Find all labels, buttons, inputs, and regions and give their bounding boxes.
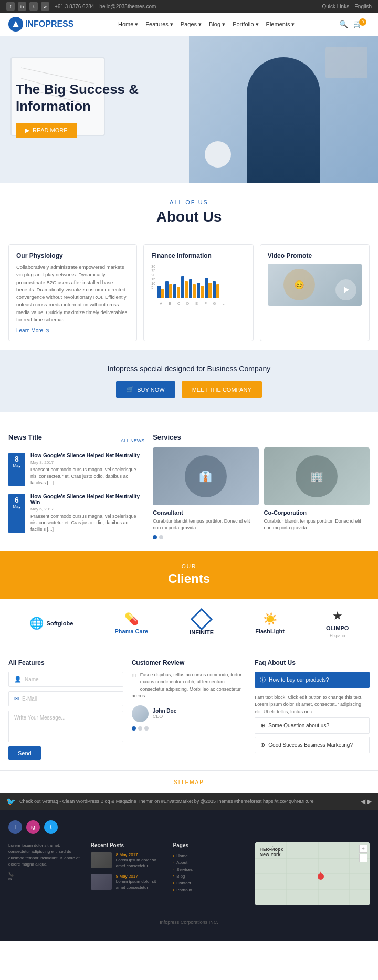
footer-col-about: Lorem ipsum dolor sit amet, consectetur … bbox=[8, 842, 82, 905]
client-name-phamacare: Phama Care bbox=[114, 628, 148, 634]
news-content-2: How Google's Silence Helped Net Neutrali… bbox=[30, 494, 144, 533]
logo[interactable]: INFOPRESS bbox=[8, 17, 74, 32]
clients-title: Clients bbox=[10, 571, 368, 586]
service-image-2: 🏢 bbox=[264, 447, 370, 505]
nav-pages[interactable]: Pages ▾ bbox=[181, 21, 202, 28]
client-olimpo: ★ OLIMPO Hispano bbox=[326, 609, 349, 638]
send-button[interactable]: Send bbox=[8, 746, 41, 760]
footer-twitter-btn[interactable]: t bbox=[44, 820, 58, 834]
client-sub-olimpo: Hispano bbox=[330, 633, 345, 638]
map-placeholder: Нью-ЙоркNew York + − bbox=[255, 842, 370, 905]
news-item-title-2[interactable]: How Google's Silence Helped Net Neutrali… bbox=[30, 494, 144, 505]
footer-link-about[interactable]: About bbox=[173, 859, 247, 866]
footer-post-2: 8 May 2017 Lorem ipsum dolor sit amet co… bbox=[91, 874, 165, 890]
physiology-card: Our Physiology Collaboratively administr… bbox=[8, 244, 137, 341]
nav-home[interactable]: Home ▾ bbox=[118, 21, 138, 28]
footer-post-img-2 bbox=[91, 874, 112, 890]
finance-chart bbox=[158, 264, 246, 300]
client-name-flashlight: FlashLight bbox=[255, 628, 285, 634]
client-phamacare: 💊 Phama Care bbox=[114, 612, 148, 634]
top-bar: f in t w +61 3 8376 6284 hello@2035theme… bbox=[0, 0, 378, 13]
phone-number: +61 3 8376 6284 bbox=[55, 4, 94, 9]
form-column: All Features 👤 Name ✉ E-Mail Write Your … bbox=[8, 659, 123, 760]
message-field[interactable]: Write Your Message... bbox=[8, 711, 123, 742]
top-bar-left: f in t w +61 3 8376 6284 hello@2035theme… bbox=[6, 2, 156, 11]
faq-item-active[interactable]: ⓘ How to buy our products? bbox=[255, 672, 370, 688]
news-day-1: 8 bbox=[8, 455, 25, 463]
language-selector[interactable]: English bbox=[354, 4, 372, 9]
footer-link-blog[interactable]: Blog bbox=[173, 873, 247, 880]
logo-text: INFOPRESS bbox=[25, 19, 74, 29]
sitemap-label[interactable]: SITEMAP bbox=[174, 779, 204, 785]
review-column: Customer Review " Fusce dapibus, tellus … bbox=[132, 659, 247, 760]
footer-link-contact[interactable]: Contact bbox=[173, 880, 247, 887]
linkedin-icon[interactable]: in bbox=[18, 2, 26, 11]
video-placeholder[interactable]: 😊 bbox=[268, 264, 362, 306]
news-column: News Title ALL NEWS 8 May How Google's S… bbox=[8, 433, 153, 540]
about-title: About Us bbox=[10, 208, 368, 225]
nav-portfolio[interactable]: Portfolio ▾ bbox=[233, 21, 258, 28]
user-icon: 👤 bbox=[14, 676, 22, 683]
meet-company-button[interactable]: MEET THE COMPANY bbox=[182, 381, 262, 398]
news-item-title-1[interactable]: How Google's Silence Helped Net Neutrali… bbox=[30, 453, 144, 458]
ticker-arrows[interactable]: ◀ ▶ bbox=[361, 798, 372, 805]
faq-title: Faq About Us bbox=[255, 659, 370, 666]
cart-small-icon: 🛒 bbox=[127, 386, 134, 393]
separator bbox=[0, 412, 378, 423]
facebook-icon[interactable]: f bbox=[6, 2, 15, 11]
news-item-2: 6 May How Google's Silence Helped Net Ne… bbox=[8, 494, 144, 533]
footer-link-home[interactable]: Home bbox=[173, 852, 247, 859]
news-item-1: 8 May How Google's Silence Helped Net Ne… bbox=[8, 453, 144, 486]
review-dot-2 bbox=[138, 726, 142, 731]
buy-now-button[interactable]: 🛒 BUY NOW bbox=[116, 381, 175, 398]
search-icon[interactable]: 🔍 bbox=[339, 20, 348, 28]
footer-facebook-btn[interactable]: f bbox=[8, 820, 22, 834]
person-head bbox=[205, 141, 231, 168]
person-figure bbox=[247, 57, 320, 183]
email-placeholder: E-Mail bbox=[22, 696, 37, 702]
reviewer-role: CEO bbox=[153, 714, 177, 719]
name-field[interactable]: 👤 Name bbox=[8, 672, 123, 687]
about-label: ALL OF US bbox=[10, 199, 368, 205]
quick-links[interactable]: Quick Links bbox=[322, 4, 350, 9]
footer-grid: Lorem ipsum dolor sit amet, consectetur … bbox=[8, 842, 370, 905]
nav-elements[interactable]: Elements ▾ bbox=[266, 21, 295, 28]
news-date-box-2: 6 May bbox=[8, 494, 25, 533]
footer-links-title: Pages bbox=[173, 842, 247, 848]
footer-col-links: Pages Home About Services Blog Contact P… bbox=[173, 842, 247, 905]
footer-link-portfolio[interactable]: Portfolio bbox=[173, 887, 247, 893]
faq-item-2[interactable]: ⊕ Some Question about us? bbox=[255, 717, 370, 734]
cta-buttons: 🛒 BUY NOW MEET THE COMPANY bbox=[10, 381, 368, 398]
footer-post-1: 8 May 2017 Lorem ipsum dolor sit amet co… bbox=[91, 852, 165, 869]
faq-item-3[interactable]: ⊕ Good Success Business Marketing? bbox=[255, 737, 370, 753]
footer-link-services[interactable]: Services bbox=[173, 866, 247, 873]
map-controls[interactable]: + − bbox=[359, 845, 368, 862]
learn-more-link[interactable]: Learn More ⊙ bbox=[16, 328, 129, 333]
client-softglobe: 🌐 Softglobe bbox=[29, 617, 74, 630]
tumblr-icon[interactable]: t bbox=[29, 2, 38, 11]
all-news-link[interactable]: ALL NEWS bbox=[121, 438, 144, 443]
arrow-icon: ⊙ bbox=[45, 328, 49, 333]
navbar: INFOPRESS Home ▾ Features ▾ Pages ▾ Blog… bbox=[0, 13, 378, 36]
logo-icon bbox=[8, 17, 23, 32]
window-decoration bbox=[326, 47, 368, 78]
email-field[interactable]: ✉ E-Mail bbox=[8, 691, 123, 706]
news-content-1: How Google's Silence Helped Net Neutrali… bbox=[30, 453, 144, 486]
footer-instagram-btn[interactable]: ig bbox=[26, 820, 40, 834]
cart-icon[interactable]: 🛒0 bbox=[353, 19, 370, 29]
service-card-1: 👔 Consultant Curabitur blandit tempus po… bbox=[153, 447, 258, 539]
read-more-button[interactable]: ▶ READ MORE bbox=[16, 123, 77, 138]
video-title: Video Promote bbox=[268, 252, 362, 259]
nav-features[interactable]: Features ▾ bbox=[145, 21, 173, 28]
twitter-icon[interactable]: w bbox=[41, 2, 49, 11]
nav-blog[interactable]: Blog ▾ bbox=[209, 21, 225, 28]
news-item-text-1: Praesent commodo cursus magna, vel scele… bbox=[30, 466, 144, 486]
news-header: News Title ALL NEWS bbox=[8, 433, 144, 447]
footer-post-text-2: Lorem ipsum dolor sit amet consectetur bbox=[116, 879, 165, 890]
news-services-section: News Title ALL NEWS 8 May How Google's S… bbox=[0, 423, 378, 551]
chart-x-labels: A B C D E F G L bbox=[158, 301, 246, 305]
service-desc-2: Curabitur blandit tempus porttitor. Done… bbox=[264, 518, 370, 531]
finance-title: Finance Information bbox=[151, 252, 245, 259]
footer-post-date-1: 8 May 2017 bbox=[116, 852, 165, 857]
cards-row: Our Physiology Collaboratively administr… bbox=[0, 236, 378, 350]
